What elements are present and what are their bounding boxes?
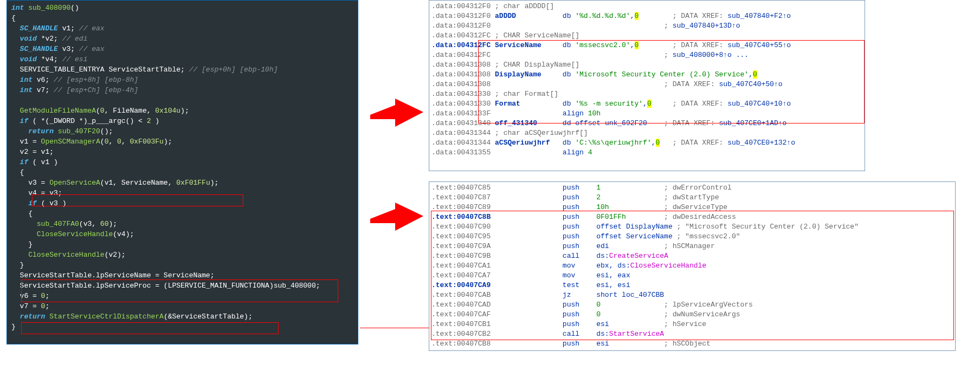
arrow-icon	[366, 200, 424, 232]
svg-marker-1	[370, 203, 423, 231]
connector-line	[360, 328, 429, 328]
data-section-content: .data:004312F0 ; char aDDDD[] .data:0043…	[429, 1, 865, 159]
pseudocode-content: int sub_408090() { SC_HANDLE v1; // eax …	[7, 1, 358, 334]
data-section-panel: .data:004312F0 ; char aDDDD[] .data:0043…	[429, 0, 865, 171]
svg-marker-0	[370, 99, 423, 127]
text-section-content: .text:00407C85 push 1 ; dwErrorControl .…	[429, 182, 955, 351]
pseudocode-panel: int sub_408090() { SC_HANDLE v1; // eax …	[7, 0, 358, 344]
arrow-icon	[366, 96, 424, 128]
text-section-panel: .text:00407C85 push 1 ; dwErrorControl .…	[429, 181, 956, 351]
